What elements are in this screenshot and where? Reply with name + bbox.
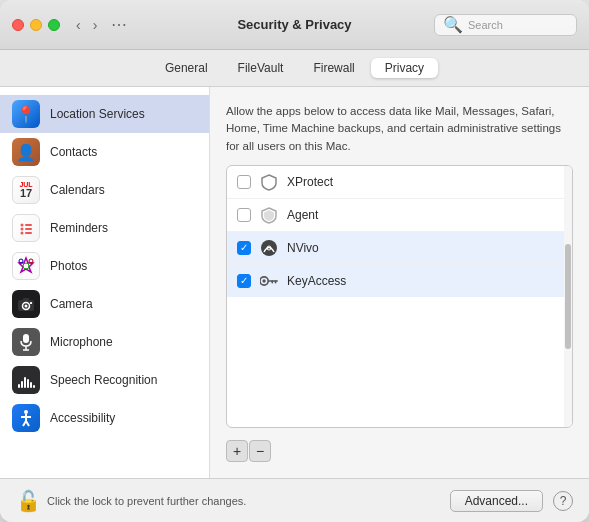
app-list: XProtect Agent [227, 166, 572, 297]
calendars-icon: JUL 17 [12, 176, 40, 204]
maximize-button[interactable] [48, 19, 60, 31]
photos-icon [12, 252, 40, 280]
svg-rect-21 [30, 382, 32, 388]
traffic-lights [12, 19, 60, 31]
keyaccess-label: KeyAccess [287, 274, 346, 288]
location-services-icon: 📍 [12, 100, 40, 128]
sidebar-item-calendars[interactable]: JUL 17 Calendars [0, 171, 209, 209]
sidebar-item-camera[interactable]: Camera [0, 285, 209, 323]
contacts-icon: 👤 [12, 138, 40, 166]
lock-icon[interactable]: 🔓 [16, 489, 41, 513]
list-item: XProtect [227, 166, 572, 199]
window-title: Security & Privacy [237, 17, 351, 32]
minimize-button[interactable] [30, 19, 42, 31]
svg-rect-19 [24, 377, 26, 388]
sidebar-item-photos[interactable]: Photos [0, 247, 209, 285]
microphone-icon [12, 328, 40, 356]
add-button[interactable]: + [226, 440, 248, 462]
tabs-bar: General FileVault Firewall Privacy [0, 50, 589, 87]
svg-rect-13 [30, 302, 32, 304]
speech-recognition-icon [12, 366, 40, 394]
svg-point-4 [21, 232, 24, 235]
sidebar-item-label: Location Services [50, 107, 145, 121]
keyaccess-icon [259, 271, 279, 291]
sidebar: 📍 Location Services 👤 Contacts JUL 17 Ca… [0, 87, 210, 478]
svg-rect-1 [25, 224, 32, 226]
xprotect-icon [259, 172, 279, 192]
sidebar-item-label: Speech Recognition [50, 373, 157, 387]
svg-rect-22 [33, 385, 35, 388]
search-input[interactable] [468, 19, 568, 31]
sidebar-item-speech-recognition[interactable]: Speech Recognition [0, 361, 209, 399]
lock-area: 🔓 Click the lock to prevent further chan… [16, 489, 440, 513]
list-item: KeyAccess [227, 265, 572, 297]
sidebar-item-label: Photos [50, 259, 87, 273]
scrollbar-thumb[interactable] [565, 244, 571, 349]
close-button[interactable] [12, 19, 24, 31]
svg-rect-5 [25, 232, 32, 234]
titlebar: ‹ › ⋯ Security & Privacy 🔍 [0, 0, 589, 50]
sidebar-item-label: Microphone [50, 335, 113, 349]
svg-rect-12 [23, 298, 29, 301]
svg-point-6 [23, 263, 29, 269]
agent-checkbox[interactable] [237, 208, 251, 222]
svg-rect-33 [275, 280, 277, 283]
svg-point-11 [25, 305, 28, 308]
search-icon: 🔍 [443, 15, 463, 34]
sidebar-item-reminders[interactable]: Reminders [0, 209, 209, 247]
nav-buttons: ‹ › [72, 15, 101, 35]
sidebar-item-label: Reminders [50, 221, 108, 235]
right-panel: Allow the apps below to access data like… [210, 87, 589, 478]
sidebar-item-contacts[interactable]: 👤 Contacts [0, 133, 209, 171]
sidebar-item-microphone[interactable]: Microphone [0, 323, 209, 361]
nvivo-icon [259, 238, 279, 258]
nvivo-checkbox[interactable] [237, 241, 251, 255]
accessibility-icon [12, 404, 40, 432]
xprotect-checkbox[interactable] [237, 175, 251, 189]
sidebar-item-accessibility[interactable]: Accessibility [0, 399, 209, 437]
svg-line-27 [26, 421, 29, 426]
svg-point-31 [262, 279, 265, 282]
reminders-icon [12, 214, 40, 242]
list-item: Agent [227, 199, 572, 232]
svg-rect-18 [21, 381, 23, 388]
svg-rect-3 [25, 228, 32, 230]
camera-icon [12, 290, 40, 318]
search-box[interactable]: 🔍 [434, 14, 577, 36]
forward-button[interactable]: › [89, 15, 102, 35]
list-controls: + − [226, 440, 573, 462]
scrollbar-area[interactable] [564, 166, 572, 427]
tab-privacy[interactable]: Privacy [371, 58, 438, 78]
svg-point-0 [21, 224, 24, 227]
tab-general[interactable]: General [151, 58, 222, 78]
svg-point-2 [21, 228, 24, 231]
svg-rect-20 [27, 379, 29, 388]
svg-rect-34 [271, 280, 273, 283]
grid-icon[interactable]: ⋯ [111, 15, 127, 34]
main-content: 📍 Location Services 👤 Contacts JUL 17 Ca… [0, 87, 589, 478]
help-button[interactable]: ? [553, 491, 573, 511]
svg-rect-17 [18, 384, 20, 388]
sidebar-item-label: Contacts [50, 145, 97, 159]
keyaccess-checkbox[interactable] [237, 274, 251, 288]
svg-rect-14 [23, 334, 29, 343]
tab-filevault[interactable]: FileVault [224, 58, 298, 78]
system-preferences-window: ‹ › ⋯ Security & Privacy 🔍 General FileV… [0, 0, 589, 522]
privacy-description: Allow the apps below to access data like… [226, 103, 573, 155]
sidebar-item-label: Camera [50, 297, 93, 311]
agent-label: Agent [287, 208, 318, 222]
back-button[interactable]: ‹ [72, 15, 85, 35]
list-item: NVivo [227, 232, 572, 265]
footer: 🔓 Click the lock to prevent further chan… [0, 478, 589, 522]
sidebar-item-label: Calendars [50, 183, 105, 197]
xprotect-label: XProtect [287, 175, 333, 189]
lock-text: Click the lock to prevent further change… [47, 495, 246, 507]
tab-firewall[interactable]: Firewall [299, 58, 368, 78]
nvivo-label: NVivo [287, 241, 319, 255]
sidebar-item-label: Accessibility [50, 411, 115, 425]
remove-button[interactable]: − [249, 440, 271, 462]
svg-rect-32 [268, 280, 278, 282]
advanced-button[interactable]: Advanced... [450, 490, 543, 512]
sidebar-item-location-services[interactable]: 📍 Location Services [0, 95, 209, 133]
svg-point-23 [24, 410, 28, 414]
